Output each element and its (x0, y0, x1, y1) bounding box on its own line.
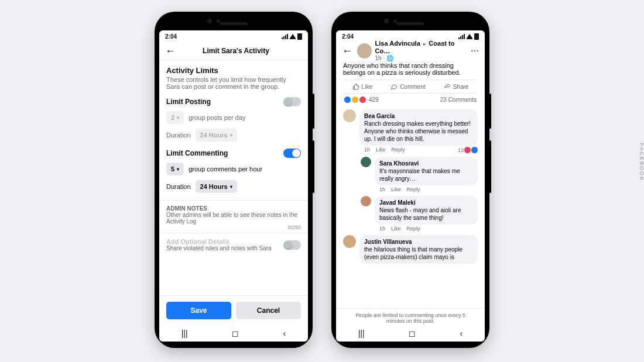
screen-left: 2:04 ← Limit Sara's Activity Activity Li… (159, 30, 308, 342)
divider (159, 233, 308, 233)
share-label: Share (453, 84, 469, 90)
optional-row: Add Optional Details Share violated rule… (166, 238, 301, 251)
posting-count-select[interactable]: 2 ▾ (166, 111, 184, 124)
post-body: Anyone who thinks that ranch dressing be… (343, 62, 478, 76)
comment-count[interactable]: 23 Comments (440, 96, 477, 103)
commenting-count-select[interactable]: 5 ▾ (166, 163, 184, 175)
commenter-name[interactable]: Justin Villanueva (364, 238, 473, 246)
posting-unit: group posts per day (189, 114, 245, 121)
breadcrumb-arrow-icon: ▸ (423, 41, 426, 47)
screen-right: 2:04 ← Lisa Advincula ▸ (336, 30, 485, 342)
commenting-count-value: 5 (171, 166, 174, 173)
comment-limit-notice: People are limited to commenting once ev… (336, 308, 485, 325)
bezel-top (159, 16, 308, 30)
caret-down-icon: ▾ (177, 167, 179, 172)
love-reaction-icon (464, 147, 471, 153)
posting-duration-value: 24 Hours (200, 132, 228, 139)
comment-thread: Sara Khosravi It's mayonnaise that makes… (361, 157, 478, 192)
comment-reply-link[interactable]: Reply (407, 226, 420, 232)
comment-like-link[interactable]: Like (391, 187, 401, 192)
wow-reaction-icon (352, 96, 358, 103)
commenting-duration-select[interactable]: 24 Hours ▾ (196, 180, 237, 193)
comment-icon (390, 83, 398, 90)
content-left: Activity Limits These controls let you l… (159, 60, 308, 295)
comment-thread: Justin Villanueva the hilarious thing is… (343, 235, 478, 264)
commenter-name[interactable]: Sara Khosravi (379, 160, 473, 167)
comment-reply-link[interactable]: Reply (392, 147, 405, 153)
camera-dot-icon (217, 19, 220, 23)
limit-commenting-toggle[interactable] (283, 149, 301, 158)
commenting-duration-row: Duration 24 Hours ▾ (166, 180, 301, 193)
limit-posting-toggle[interactable] (283, 97, 301, 106)
comment-time: 1h (379, 226, 385, 232)
cancel-button[interactable]: Cancel (236, 302, 301, 319)
page-title: Limit Sara's Activity (170, 47, 302, 55)
commenter-avatar[interactable] (361, 157, 371, 167)
post-meta: Lisa Advincula ▸ Coast to Co… 1h · 🌐 (375, 40, 466, 62)
battery-icon (474, 33, 479, 40)
posting-duration-label: Duration (166, 132, 191, 139)
comment-meta: 1h Like Reply 13 (364, 147, 478, 153)
share-button[interactable]: Share (444, 83, 469, 90)
section-sub: These controls let you limit how frequen… (166, 76, 301, 90)
author-name[interactable]: Lisa Advincula (375, 40, 420, 47)
commenter-name[interactable]: Javad Maleki (379, 199, 473, 206)
comment-button[interactable]: Comment (390, 83, 425, 90)
comment-reply-link[interactable]: Reply (407, 187, 420, 192)
back-icon[interactable]: ‹ (460, 329, 463, 338)
comment-thread: Bea Garcia Ranch dressing makes everythi… (343, 109, 478, 153)
home-icon[interactable]: ◻ (232, 329, 239, 338)
battery-icon (297, 33, 302, 40)
phone-left: 2:04 ← Limit Sara's Activity Activity Li… (155, 12, 313, 348)
posting-duration-row: Duration 24 Hours ▾ (166, 129, 301, 142)
commenter-avatar[interactable] (343, 109, 356, 122)
comment-text: News flash - mayo and aioli are basicall… (379, 206, 473, 222)
like-button[interactable]: Like (352, 83, 372, 90)
comment-like-link[interactable]: Like (391, 226, 401, 232)
comment-text: Ranch dressing makes everything better! … (364, 120, 473, 143)
optional-desc: Share violated rules and notes with Sara (166, 245, 283, 251)
posting-count-value: 2 (171, 114, 174, 121)
app-navbar: ← Limit Sara's Activity (159, 42, 308, 60)
reactions-row: 429 23 Comments (343, 94, 478, 106)
divider (159, 200, 308, 201)
bezel-top (336, 16, 485, 30)
author-avatar[interactable] (357, 43, 372, 58)
source-label: FACEBOOK (639, 143, 644, 181)
commenting-duration-value: 24 Hours (200, 183, 228, 190)
commenter-avatar[interactable] (343, 235, 356, 248)
more-options-icon[interactable]: ⋯ (471, 46, 479, 56)
speaker-grille-icon (396, 22, 424, 25)
like-label: Like (362, 84, 372, 90)
canvas: FACEBOOK 2:04 ← Limit Sara's Activity (0, 0, 644, 362)
comment-meta: 1h Like Reply (379, 226, 478, 232)
commenting-value-row: 5 ▾ group comments per hour (166, 163, 301, 175)
camera-dot-icon (207, 19, 212, 23)
commenting-duration-label: Duration (166, 183, 191, 190)
comment-label: Comment (400, 84, 425, 90)
caret-down-icon: ▾ (230, 133, 232, 138)
android-nav: ||| ◻ ‹ (159, 325, 308, 342)
save-button[interactable]: Save (166, 302, 231, 319)
commenter-name[interactable]: Bea Garcia (364, 112, 473, 120)
commenting-unit: group comments per hour (189, 166, 262, 173)
comment-reactions[interactable]: 13 (458, 147, 478, 153)
recent-apps-icon[interactable]: ||| (181, 329, 188, 338)
optional-toggle[interactable] (283, 240, 301, 250)
wifi-icon (289, 34, 296, 39)
back-arrow-icon[interactable]: ← (342, 45, 352, 57)
post-navbar: ← Lisa Advincula ▸ Coast to Co… 1h · (336, 42, 485, 60)
camera-dot-icon (384, 19, 389, 23)
comment-text: the hilarious thing is that many people … (364, 246, 473, 261)
section-heading: Activity Limits (166, 66, 301, 75)
commenter-avatar[interactable] (361, 196, 371, 206)
comment-thread: Javad Maleki News flash - mayo and aioli… (361, 196, 478, 232)
comment-like-link[interactable]: Like (376, 147, 386, 153)
reaction-icons[interactable]: 429 (344, 96, 379, 103)
home-icon[interactable]: ◻ (409, 329, 416, 338)
share-icon (444, 83, 451, 90)
posting-duration-select[interactable]: 24 Hours ▾ (196, 129, 237, 142)
status-time: 2:04 (342, 33, 354, 40)
back-icon[interactable]: ‹ (283, 329, 286, 338)
recent-apps-icon[interactable]: ||| (358, 329, 365, 338)
